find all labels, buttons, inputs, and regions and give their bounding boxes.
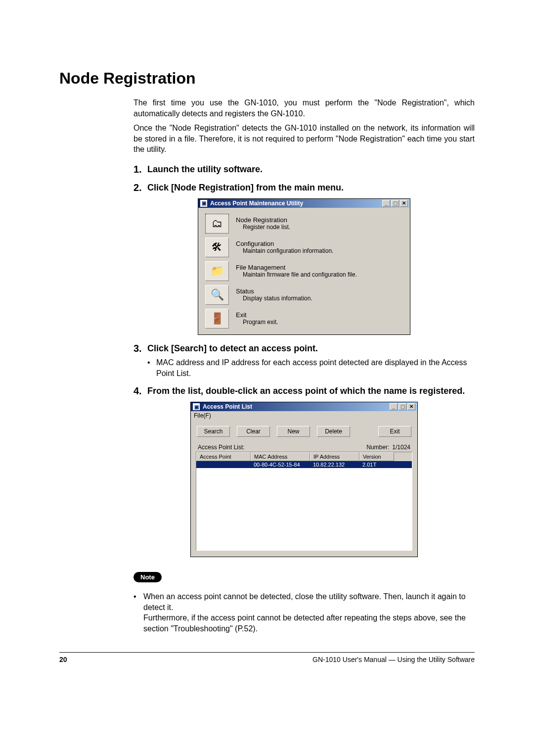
menu-item-label: Status [236,287,312,295]
menu-item-sub: Program exit. [236,319,278,326]
list-header: Access Point MAC Address IP Address Vers… [196,452,412,461]
menu-status[interactable]: 🔍 Status Display status information. [202,283,406,307]
menu-item-label: File Management [236,264,357,271]
note-text-2: Furthermore, if the access point cannot … [143,614,466,633]
exit-icon: 🚪 [205,309,229,329]
new-button[interactable]: New [277,426,310,437]
section-heading: Node Registration [59,69,475,88]
intro-para-1: The first time you use the GN-1010, you … [134,97,475,119]
col-access-point[interactable]: Access Point [196,452,251,461]
node-reg-icon: 🗂 [205,214,229,234]
utility-window: ▣ Access Point Maintenance Utility _ ▢ ✕… [198,198,410,335]
page-footer: 20 GN-1010 User's Manual — Using the Uti… [59,652,475,663]
cell-ap [196,461,251,468]
menu-item-sub: Register node list. [236,224,290,231]
step-3-title: Click [Search] to detect an access point… [147,343,318,354]
step-1-number: 1. [134,164,144,175]
menu-item-label: Configuration [236,240,333,247]
number-label: Number: [366,444,389,451]
clear-button[interactable]: Clear [237,426,270,437]
step-3-number: 3. [134,343,144,354]
menu-node-registration[interactable]: 🗂 Node Registration Register node list. [202,212,406,236]
col-ip[interactable]: IP Address [310,452,359,461]
menu-exit[interactable]: 🚪 Exit Program exit. [202,307,406,331]
access-point-listbox[interactable]: Access Point MAC Address IP Address Vers… [196,452,412,551]
menu-item-label: Exit [236,311,278,319]
intro-para-2: Once the "Node Registration" detects the… [134,123,475,155]
minimize-button[interactable]: _ [390,403,398,410]
minimize-button[interactable]: _ [382,200,390,207]
menu-item-sub: Maintain firmware file and configuration… [236,271,357,278]
close-button[interactable]: ✕ [407,403,415,410]
config-icon: 🛠 [205,237,229,257]
menu-item-sub: Display status information. [236,295,312,302]
menubar: File(F) [191,411,417,420]
step-1-title: Launch the utility software. [147,164,263,175]
aplist-window: ▣ Access Point List _ ▢ ✕ File(F) Search… [190,402,418,557]
col-version[interactable]: Version [359,452,394,461]
maximize-button[interactable]: ▢ [399,403,406,410]
footer-text: GN-1010 User's Manual — Using the Utilit… [312,656,475,663]
number-value: 1/1024 [392,444,410,451]
cell-ip: 10.82.22.132 [310,461,359,468]
step-3-bullet: MAC address and IP address for each acce… [147,357,475,378]
file-menu[interactable]: File(F) [194,412,211,419]
filemgmt-icon: 📁 [205,261,229,281]
utility-titlebar: ▣ Access Point Maintenance Utility _ ▢ ✕ [198,199,410,208]
note-badge: Note [134,572,162,582]
page-number: 20 [59,656,67,663]
col-mac[interactable]: MAC Address [251,452,310,461]
aplist-window-title: Access Point List [203,403,252,410]
cell-version: 2.01T [359,461,394,468]
menu-item-label: Node Registration [236,216,290,224]
table-row[interactable]: 00-80-4C-52-15-84 10.82.22.132 2.01T [196,461,412,468]
menu-configuration[interactable]: 🛠 Configuration Maintain configuration i… [202,236,406,259]
app-icon: ▣ [193,403,200,410]
delete-button[interactable]: Delete [317,426,350,437]
aplist-titlebar: ▣ Access Point List _ ▢ ✕ [191,402,417,411]
search-button[interactable]: Search [197,426,230,437]
app-icon: ▣ [200,200,207,207]
steps-list: 1. Launch the utility software. 2. Click… [134,164,475,557]
status-icon: 🔍 [205,285,229,305]
note-item: When an access point cannot be detected,… [134,591,475,634]
step-4-title: From the list, double-click an access po… [147,385,465,397]
step-2-number: 2. [134,182,144,193]
step-2-title: Click [Node Registration] from the main … [147,182,344,193]
body-region: The first time you use the GN-1010, you … [134,97,475,634]
step-4-number: 4. [134,385,144,397]
close-button[interactable]: ✕ [400,200,408,207]
cell-mac: 00-80-4C-52-15-84 [251,461,310,468]
menu-item-sub: Maintain configuration information. [236,247,333,254]
exit-button[interactable]: Exit [378,426,411,437]
note-text-1: When an access point cannot be detected,… [143,592,466,612]
utility-window-title: Access Point Maintenance Utility [210,200,303,207]
list-label: Access Point List: [198,444,245,451]
menu-file-management[interactable]: 📁 File Management Maintain firmware file… [202,259,406,283]
maximize-button[interactable]: ▢ [391,200,399,207]
